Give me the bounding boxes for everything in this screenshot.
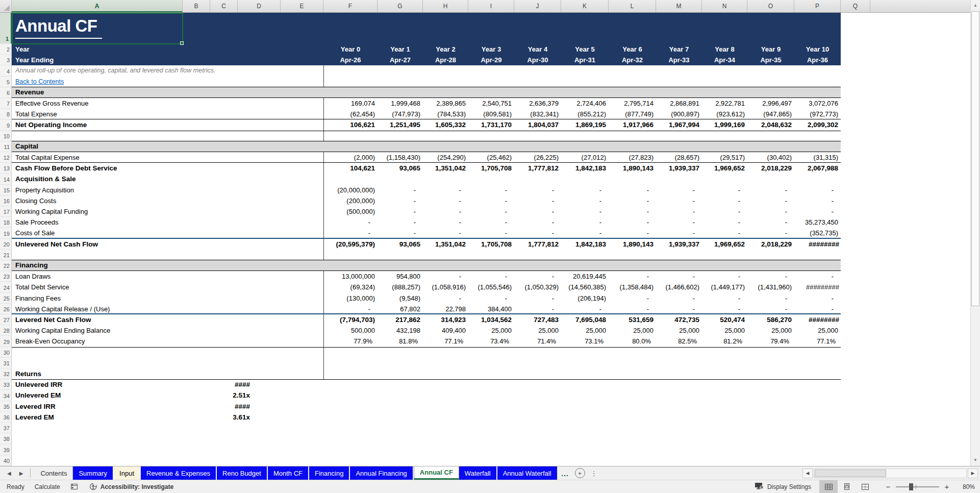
year-ending-header-4[interactable]: Apr-30 bbox=[514, 55, 561, 65]
sheet-tab-annual-financing[interactable]: Annual Financing bbox=[350, 466, 412, 480]
cell-F27[interactable]: (7,794,703) bbox=[323, 314, 378, 325]
row-header-24[interactable]: 24 bbox=[0, 282, 12, 292]
row-header-39[interactable]: 39 bbox=[0, 444, 12, 455]
cell-J16[interactable]: - bbox=[514, 195, 561, 206]
cell-H19[interactable]: - bbox=[423, 228, 468, 238]
column-header-Q[interactable]: Q bbox=[841, 0, 870, 12]
cell-K16[interactable]: - bbox=[561, 195, 609, 206]
cell-G24[interactable]: (888,257) bbox=[378, 282, 423, 292]
sheet-tab-reno-budget[interactable]: Reno Budget bbox=[217, 466, 267, 480]
vertical-scrollbar[interactable]: ▲ ▼ bbox=[970, 0, 980, 466]
row-header-21[interactable]: 21 bbox=[0, 250, 12, 260]
cell-P24[interactable]: ######### bbox=[794, 282, 841, 292]
cell-M27[interactable]: 472,735 bbox=[656, 314, 702, 325]
cell-H7[interactable]: 2,389,865 bbox=[423, 98, 468, 109]
column-header-H[interactable]: H bbox=[423, 0, 468, 12]
cell-O9[interactable]: 2,048,632 bbox=[747, 119, 794, 130]
cell-L15[interactable]: - bbox=[609, 185, 656, 195]
sheet-tab-annual-waterfall[interactable]: Annual Waterfall bbox=[497, 466, 557, 480]
cell-N8[interactable]: (923,612) bbox=[702, 109, 747, 119]
cell-N25[interactable]: - bbox=[702, 293, 747, 304]
row-label-12[interactable]: Total Capital Expense bbox=[15, 152, 80, 163]
cell-O29[interactable]: 79.4% bbox=[747, 336, 794, 347]
cell-O7[interactable]: 2,996,497 bbox=[747, 98, 794, 109]
row-label-9[interactable]: Net Operating Income bbox=[15, 119, 87, 130]
cell-O12[interactable]: (30,402) bbox=[747, 152, 794, 163]
cell-O23[interactable]: - bbox=[747, 271, 794, 282]
row-header-26[interactable]: 26 bbox=[0, 304, 12, 314]
row-label-19[interactable]: Costs of Sale bbox=[15, 228, 55, 238]
year-ending-header-0[interactable]: Apr-26 bbox=[323, 55, 378, 65]
cell-G9[interactable]: 1,251,495 bbox=[378, 119, 423, 130]
cell-M26[interactable]: - bbox=[656, 304, 702, 314]
year-ending-header-10[interactable]: Apr-36 bbox=[794, 55, 841, 65]
cell-L17[interactable]: - bbox=[609, 206, 656, 217]
row-header-4[interactable]: 4 bbox=[0, 65, 12, 76]
returns-value-36[interactable]: 3.61x bbox=[183, 412, 250, 423]
cell-H26[interactable]: 22,798 bbox=[423, 304, 468, 314]
cell-P15[interactable]: - bbox=[794, 185, 841, 195]
cell-F18[interactable]: - bbox=[323, 217, 378, 228]
cell-M28[interactable]: 25,000 bbox=[656, 325, 702, 336]
cell-M19[interactable]: - bbox=[656, 228, 702, 238]
cell-O28[interactable]: 25,000 bbox=[747, 325, 794, 336]
cell-P13[interactable]: 2,067,988 bbox=[794, 163, 841, 174]
row-header-31[interactable]: 31 bbox=[0, 358, 12, 368]
new-sheet-button[interactable]: + bbox=[575, 468, 585, 478]
cell-I28[interactable]: 25,000 bbox=[468, 325, 514, 336]
cell-K20[interactable]: 1,842,183 bbox=[561, 239, 609, 250]
cell-F17[interactable]: (500,000) bbox=[323, 206, 378, 217]
selection-fill-handle[interactable] bbox=[180, 41, 184, 45]
cell-I18[interactable]: - bbox=[468, 217, 514, 228]
column-header-J[interactable]: J bbox=[514, 0, 561, 12]
row-header-19[interactable]: 19 bbox=[0, 228, 12, 238]
cell-F29[interactable]: 77.9% bbox=[323, 336, 378, 347]
year-ending-header-5[interactable]: Apr-31 bbox=[561, 55, 609, 65]
row-label-36[interactable]: Levered EM bbox=[15, 412, 54, 423]
year-ending-header-3[interactable]: Apr-29 bbox=[468, 55, 514, 65]
column-header-L[interactable]: L bbox=[609, 0, 656, 12]
cell-N16[interactable]: - bbox=[702, 195, 747, 206]
year-ending-header-8[interactable]: Apr-34 bbox=[702, 55, 747, 65]
cell-K24[interactable]: (14,560,385) bbox=[561, 282, 609, 292]
cell-G26[interactable]: 67,802 bbox=[378, 304, 423, 314]
column-header-A[interactable]: A bbox=[12, 0, 183, 12]
row-header-33[interactable]: 33 bbox=[0, 379, 12, 390]
scroll-down-arrow-icon[interactable]: ▼ bbox=[971, 455, 980, 465]
cell-L29[interactable]: 80.0% bbox=[609, 336, 656, 347]
cell-M8[interactable]: (900,897) bbox=[656, 109, 702, 119]
row-header-8[interactable]: 8 bbox=[0, 109, 12, 119]
section-label[interactable]: Capital bbox=[15, 141, 38, 152]
cell-L9[interactable]: 1,917,966 bbox=[609, 119, 656, 130]
cell-L7[interactable]: 2,795,714 bbox=[609, 98, 656, 109]
row-header-20[interactable]: 20 bbox=[0, 239, 12, 250]
cell-I19[interactable]: - bbox=[468, 228, 514, 238]
row-label-17[interactable]: Working Capital Funding bbox=[15, 206, 88, 217]
row-header-16[interactable]: 16 bbox=[0, 195, 12, 206]
cell-F9[interactable]: 106,621 bbox=[323, 119, 378, 130]
row-header-10[interactable]: 10 bbox=[0, 131, 12, 141]
year-header-6[interactable]: Year 6 bbox=[609, 44, 656, 55]
row-header-17[interactable]: 17 bbox=[0, 206, 12, 217]
year-row-label[interactable]: Year bbox=[15, 44, 29, 55]
cell-K7[interactable]: 2,724,406 bbox=[561, 98, 609, 109]
cell-G17[interactable]: - bbox=[378, 206, 423, 217]
view-normal-button[interactable] bbox=[819, 480, 838, 493]
row-label-33[interactable]: Unlevered IRR bbox=[15, 379, 62, 390]
cell-F23[interactable]: 13,000,000 bbox=[323, 271, 378, 282]
row-header-7[interactable]: 7 bbox=[0, 98, 12, 109]
cell-I27[interactable]: 1,034,562 bbox=[468, 314, 514, 325]
cell-M15[interactable]: - bbox=[656, 185, 702, 195]
cell-I12[interactable]: (25,462) bbox=[468, 152, 514, 163]
cell-O25[interactable]: - bbox=[747, 293, 794, 304]
cell-P20[interactable]: ######## bbox=[794, 239, 841, 250]
cell-K29[interactable]: 73.1% bbox=[561, 336, 609, 347]
cell-J24[interactable]: (1,050,329) bbox=[514, 282, 561, 292]
cell-L8[interactable]: (877,749) bbox=[609, 109, 656, 119]
column-header-K[interactable]: K bbox=[561, 0, 609, 12]
scroll-up-arrow-icon[interactable]: ▲ bbox=[971, 0, 980, 11]
cell-I8[interactable]: (809,581) bbox=[468, 109, 514, 119]
cell-G27[interactable]: 217,862 bbox=[378, 314, 423, 325]
cell-M16[interactable]: - bbox=[656, 195, 702, 206]
cell-P27[interactable]: ######## bbox=[794, 314, 841, 325]
